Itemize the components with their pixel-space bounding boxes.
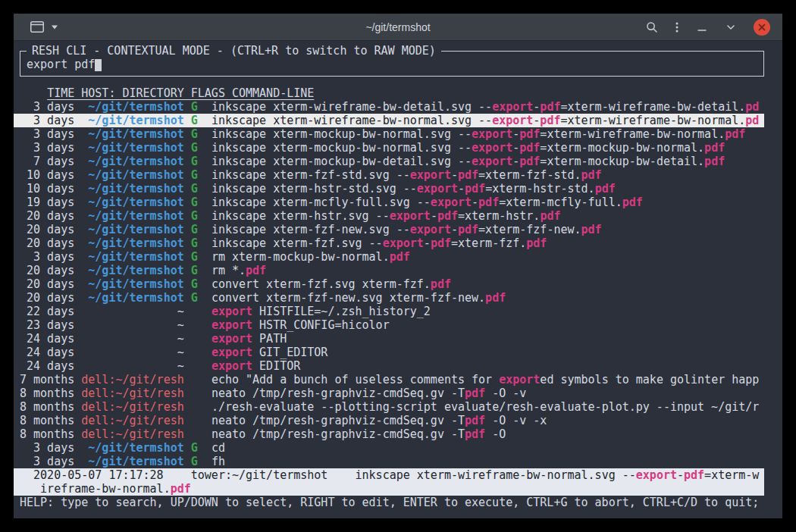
host-dir-cell: dell:~/git/resh (81, 400, 191, 414)
history-row[interactable]: 8 months dell:~/git/resh ./resh-evaluate… (14, 400, 764, 414)
time-cell: 20 days (20, 277, 81, 291)
flags-cell: G (191, 223, 212, 236)
history-row[interactable]: 3 days ~/git/termshot G inkscape xterm-m… (14, 141, 764, 155)
detail-command: ireframe-bw-normal.pdf (40, 482, 191, 496)
host-dir-cell: ~/git/termshot (81, 100, 191, 114)
menu-button[interactable] (675, 21, 679, 33)
host-dir-cell: ~/git/termshot (81, 277, 191, 291)
command-text: - (451, 223, 458, 236)
detail-gap (164, 468, 191, 482)
command-text: neato /tmp/resh-graphviz-cmdSeq.gv -T (212, 427, 465, 441)
time-cell: 3 days (20, 455, 81, 468)
titlebar[interactable]: ~/git/termshot (14, 14, 782, 41)
flags-cell: G (191, 127, 212, 141)
time-cell: 8 months (20, 414, 81, 427)
command-cell: export HISTFILE=~/.zsh_history_2 (212, 305, 431, 318)
history-row[interactable]: 8 months dell:~/git/resh neato /tmp/resh… (14, 414, 764, 427)
history-row[interactable]: 20 days ~/git/termshot G convert xterm-f… (14, 291, 764, 305)
search-panel-title: RESH CLI - CONTEXTUAL MODE - (CTRL+R to … (27, 44, 441, 58)
flags-cell (191, 427, 212, 441)
history-row[interactable]: 8 months dell:~/git/resh neato /tmp/resh… (14, 386, 764, 400)
match-highlight: pdf (465, 427, 485, 441)
history-row[interactable]: 24 days ~ export EDITOR (14, 359, 764, 373)
command-cell: neato /tmp/resh-graphviz-cmdSeq.gv -Tpdf… (212, 427, 506, 441)
tab-dropdown-button[interactable] (51, 25, 58, 30)
history-row[interactable]: 3 days ~/git/termshot G cd (14, 441, 764, 455)
match-highlight: export (212, 346, 252, 359)
history-row[interactable]: 20 days ~/git/termshot G inkscape xterm-… (14, 223, 764, 236)
history-row[interactable]: 10 days ~/git/termshot G inkscape xterm-… (14, 168, 764, 182)
flags-cell: G (191, 291, 212, 305)
time-cell: 7 days (20, 155, 81, 168)
chevron-down-icon (51, 25, 58, 30)
unmaximize-button[interactable] (725, 21, 737, 33)
command-cell: inkscape xterm-mockup-bw-detail.svg --ex… (212, 155, 725, 168)
history-row[interactable]: 3 days ~/git/termshot G rm xterm-mockup-… (14, 250, 764, 264)
search-panel[interactable]: RESH CLI - CONTEXTUAL MODE - (CTRL+R to … (20, 51, 764, 77)
history-row[interactable]: 3 days ~/git/termshot G inkscape xterm-m… (14, 127, 764, 141)
history-rows: 3 days ~/git/termshot G inkscape xterm-w… (14, 100, 782, 468)
detail-host-dir: tower:~/git/termshot (191, 468, 328, 482)
command-text: =xterm-hstr. (458, 209, 540, 223)
match-highlight: pdf (526, 236, 547, 250)
terminal-window: ~/git/termshot RESH CLI - CONTEXTUAL MOD… (14, 14, 782, 518)
match-highlight: export (472, 141, 512, 155)
command-text: inkscape xterm-wireframe-bw-normal.svg -… (356, 468, 636, 482)
time-cell: 3 days (20, 114, 81, 127)
history-row[interactable]: 8 months dell:~/git/resh neato /tmp/resh… (14, 427, 764, 441)
search-input[interactable]: export pdf (27, 58, 757, 71)
command-text: =xterm-fzf. (451, 236, 526, 250)
history-row[interactable]: 20 days ~/git/termshot G convert xterm-f… (14, 277, 764, 291)
history-row[interactable]: 10 days ~/git/termshot G inkscape xterm-… (14, 182, 764, 196)
time-cell: 8 months (20, 400, 81, 414)
history-row[interactable]: 20 days ~/git/termshot G inkscape xterm-… (14, 236, 764, 250)
match-highlight: export (492, 114, 533, 127)
history-row[interactable]: 24 days ~ export GIT_EDITOR (14, 346, 764, 359)
host-dir-cell: dell:~/git/resh (81, 386, 191, 400)
table-header-underline: TIME HOST: DIRECTORY FLAGS COMMAND-LINE (47, 86, 314, 100)
terminal-content: RESH CLI - CONTEXTUAL MODE - (CTRL+R to … (14, 41, 782, 518)
command-cell: inkscape xterm-fzf-new.svg --export-pdf=… (212, 223, 602, 236)
history-row[interactable]: 3 days ~/git/termshot G fh (14, 455, 764, 468)
command-cell: export EDITOR (212, 359, 300, 373)
match-highlight: export (390, 209, 431, 223)
history-row[interactable]: 22 days ~ export HISTFILE=~/.zsh_history… (14, 305, 764, 318)
history-row[interactable]: 23 days ~ export HSTR_CONFIG=hicolor (14, 318, 764, 332)
history-row[interactable]: 24 days ~ export PATH (14, 332, 764, 346)
time-cell: 24 days (20, 332, 81, 346)
host-dir-cell: ~ (81, 359, 191, 373)
history-row[interactable]: 7 days ~/git/termshot G inkscape xterm-m… (14, 155, 764, 168)
command-cell: cd (212, 441, 225, 455)
match-highlight: export (212, 359, 252, 373)
new-terminal-tab-button[interactable] (30, 21, 44, 33)
history-row[interactable]: 3 days ~/git/termshot G inkscape xterm-w… (14, 100, 764, 114)
command-text: inkscape xterm-mcfly-full.svg -- (212, 196, 431, 209)
match-highlight: export (417, 182, 458, 196)
match-highlight: pdf (540, 114, 560, 127)
command-cell: inkscape xterm-mcfly-full.svg --export-p… (212, 196, 643, 209)
flags-cell (191, 373, 212, 386)
match-highlight: pdf (519, 155, 540, 168)
minimize-button[interactable] (696, 21, 708, 33)
match-highlight: pdf (458, 223, 478, 236)
detail-line-1: 2020-05-07 17:17:28 tower:~/git/termshot… (14, 468, 764, 482)
flags-cell: G (191, 182, 212, 196)
history-row[interactable]: 19 days ~/git/termshot G inkscape xterm-… (14, 196, 764, 209)
match-highlight: pdf (540, 100, 560, 114)
close-button[interactable] (754, 19, 770, 36)
command-cell: neato /tmp/resh-graphviz-cmdSeq.gv -Tpdf… (212, 414, 547, 427)
search-button[interactable] (646, 21, 658, 33)
command-cell: export HSTR_CONFIG=hicolor (212, 318, 390, 332)
help-text: HELP: type to search, UP/DOWN to select,… (20, 496, 759, 509)
command-text: - (512, 127, 519, 141)
history-row[interactable]: 20 days ~/git/termshot G rm *.pdf (14, 264, 764, 277)
history-row[interactable]: 7 months dell:~/git/resh echo "Add a bun… (14, 373, 764, 386)
command-text: -O (485, 427, 506, 441)
history-row[interactable]: 20 days ~/git/termshot G inkscape xterm-… (14, 209, 764, 223)
unmaximize-icon (725, 21, 737, 33)
time-cell: 3 days (20, 127, 81, 141)
flags-cell (191, 332, 212, 346)
command-text: ireframe-bw-normal. (40, 482, 171, 496)
history-row[interactable]: 3 days ~/git/termshot G inkscape xterm-w… (14, 114, 764, 127)
detail-command: inkscape xterm-wireframe-bw-normal.svg -… (356, 468, 760, 482)
